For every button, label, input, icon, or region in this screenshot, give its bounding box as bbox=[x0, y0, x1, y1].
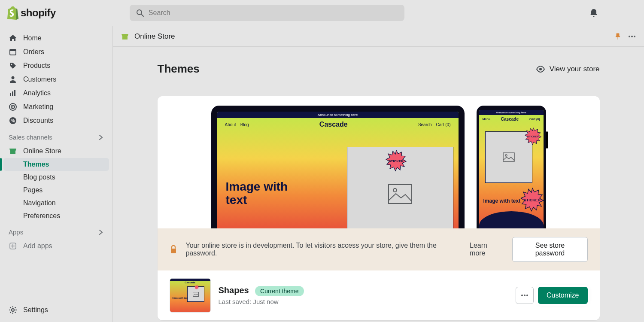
desktop-preview: Announce something here AboutBlog Cascad… bbox=[211, 106, 465, 228]
svg-rect-3 bbox=[10, 49, 16, 51]
current-theme-badge: Current theme bbox=[255, 286, 304, 296]
store-icon bbox=[9, 147, 17, 155]
search-bar[interactable] bbox=[130, 5, 404, 21]
customers-icon bbox=[9, 75, 17, 84]
current-theme-row: Cascade Image with text Shapes Current t… bbox=[158, 270, 600, 320]
home-icon bbox=[9, 34, 17, 43]
subnav-blog-posts[interactable]: Blog posts bbox=[3, 171, 109, 184]
subnav-preferences[interactable]: Preferences bbox=[3, 210, 109, 222]
sales-channels-header[interactable]: Sales channels bbox=[3, 128, 109, 144]
mobile-preview: Announce something here Menu Cascade Car… bbox=[477, 106, 546, 228]
apps-header[interactable]: Apps bbox=[3, 222, 109, 239]
search-input[interactable] bbox=[149, 9, 398, 17]
eye-icon bbox=[536, 64, 545, 74]
svg-rect-27 bbox=[193, 292, 198, 296]
nav-label: Home bbox=[23, 34, 42, 42]
nav-label: Analytics bbox=[23, 89, 51, 97]
orders-icon bbox=[9, 48, 17, 56]
nav-label: Discounts bbox=[23, 117, 53, 125]
nav-label: Add apps bbox=[23, 242, 52, 250]
analytics-icon bbox=[9, 89, 17, 97]
chevron-right-icon bbox=[98, 134, 104, 140]
subnav-navigation[interactable]: Navigation bbox=[3, 197, 109, 210]
theme-preview: Announce something here AboutBlog Cascad… bbox=[158, 96, 600, 228]
svg-point-20 bbox=[634, 36, 635, 37]
more-icon[interactable] bbox=[628, 32, 636, 41]
gear-icon bbox=[9, 306, 17, 314]
shopify-bag-icon bbox=[7, 6, 19, 20]
nav-customers[interactable]: Customers bbox=[3, 73, 109, 86]
nav-products[interactable]: Products bbox=[3, 59, 109, 73]
bell-icon bbox=[589, 8, 598, 18]
search-icon bbox=[136, 9, 144, 17]
hero-text: Image withtext bbox=[226, 180, 288, 207]
nav-label: Products bbox=[23, 62, 50, 70]
section-label: Apps bbox=[9, 228, 23, 236]
see-password-button[interactable]: See store password bbox=[512, 237, 587, 262]
svg-point-25 bbox=[505, 155, 507, 156]
svg-point-23 bbox=[393, 188, 397, 192]
page-title: Themes bbox=[158, 62, 200, 76]
svg-rect-26 bbox=[171, 249, 176, 253]
logo-text: shopify bbox=[21, 7, 56, 19]
preview-nav-mobile: Menu Cascade Cart (0) bbox=[479, 115, 544, 123]
nav-online-store[interactable]: Online Store bbox=[3, 144, 109, 158]
more-icon bbox=[520, 291, 529, 300]
nav-settings[interactable]: Settings bbox=[3, 303, 109, 317]
nav-label: Online Store bbox=[23, 147, 61, 155]
marketing-icon bbox=[9, 103, 17, 111]
chevron-right-icon bbox=[98, 229, 104, 235]
svg-rect-8 bbox=[14, 90, 15, 96]
theme-thumbnail: Cascade Image with text bbox=[170, 278, 211, 313]
dev-banner-text: Your online store is in development. To … bbox=[186, 242, 462, 257]
theme-name: Shapes bbox=[219, 286, 249, 295]
customize-button[interactable]: Customize bbox=[538, 287, 588, 304]
products-icon bbox=[9, 61, 17, 70]
svg-rect-17 bbox=[122, 36, 128, 39]
lock-icon bbox=[170, 245, 177, 254]
topbar: shopify bbox=[0, 0, 644, 26]
svg-text:%: % bbox=[11, 118, 15, 123]
svg-point-5 bbox=[12, 76, 15, 79]
svg-point-30 bbox=[526, 295, 528, 296]
content-title: Online Store bbox=[134, 32, 175, 41]
discounts-icon: % bbox=[9, 116, 17, 125]
svg-line-1 bbox=[141, 14, 143, 16]
svg-point-11 bbox=[12, 106, 14, 108]
view-store-link[interactable]: View your store bbox=[536, 64, 600, 74]
svg-point-19 bbox=[631, 36, 633, 37]
view-store-label: View your store bbox=[550, 65, 600, 73]
svg-point-16 bbox=[12, 309, 14, 311]
sidebar: Home Orders Products Customers Analytics… bbox=[0, 26, 113, 322]
content-header: Online Store bbox=[113, 26, 644, 47]
pin-icon[interactable] bbox=[614, 33, 622, 40]
last-saved-text: Last saved: Just now bbox=[219, 298, 304, 305]
notifications-button[interactable] bbox=[589, 8, 598, 18]
theme-actions-button[interactable] bbox=[516, 287, 534, 304]
nav-home[interactable]: Home bbox=[3, 31, 109, 45]
nav-add-apps[interactable]: Add apps bbox=[3, 239, 109, 253]
svg-point-21 bbox=[539, 68, 542, 70]
hero-text: Image with text bbox=[483, 198, 521, 204]
svg-rect-7 bbox=[12, 91, 13, 96]
svg-point-29 bbox=[524, 295, 526, 296]
nav-label: Orders bbox=[23, 48, 44, 56]
svg-point-4 bbox=[11, 64, 12, 65]
sticker-badge: STICKER bbox=[385, 149, 408, 173]
sticker-badge: STICKER bbox=[524, 127, 543, 146]
subnav-pages[interactable]: Pages bbox=[3, 184, 109, 197]
theme-card: Announce something here AboutBlog Cascad… bbox=[158, 96, 600, 320]
nav-marketing[interactable]: Marketing bbox=[3, 100, 109, 114]
svg-point-28 bbox=[521, 295, 523, 296]
nav-analytics[interactable]: Analytics bbox=[3, 86, 109, 100]
nav-label: Marketing bbox=[23, 103, 53, 111]
nav-orders[interactable]: Orders bbox=[3, 45, 109, 59]
learn-more-link[interactable]: Learn more bbox=[470, 242, 504, 257]
logo[interactable]: shopify bbox=[7, 6, 56, 20]
nav-discounts[interactable]: % Discounts bbox=[3, 114, 109, 128]
subnav-themes[interactable]: Themes bbox=[3, 158, 109, 171]
section-label: Sales channels bbox=[9, 134, 52, 141]
content-area: Online Store Themes View your store Anno bbox=[113, 26, 644, 322]
plus-icon bbox=[9, 242, 17, 250]
nav-label: Settings bbox=[23, 306, 48, 314]
